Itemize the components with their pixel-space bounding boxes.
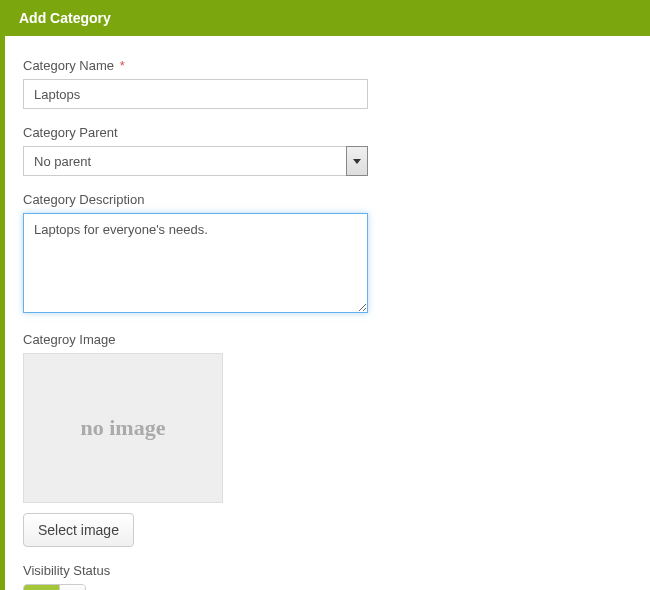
panel-body: Category Name * Category Parent No paren… [5, 36, 650, 590]
toggle-on-label: ON [24, 585, 59, 590]
category-image-label: Categroy Image [23, 332, 632, 347]
no-image-text: no image [81, 415, 166, 441]
category-parent-select[interactable]: No parent [23, 146, 368, 176]
category-description-textarea[interactable] [23, 213, 368, 313]
category-name-input[interactable] [23, 79, 368, 109]
category-description-label: Category Description [23, 192, 632, 207]
category-parent-label: Category Parent [23, 125, 632, 140]
category-parent-group: Category Parent No parent [23, 125, 632, 176]
panel-title: Add Category [19, 10, 111, 26]
image-placeholder: no image [23, 353, 223, 503]
category-description-group: Category Description [23, 192, 632, 316]
visibility-status-label: Visibility Status [23, 563, 632, 578]
select-image-button[interactable]: Select image [23, 513, 134, 547]
visibility-toggle[interactable]: ON [23, 584, 86, 590]
panel-header: Add Category [5, 0, 650, 36]
category-name-group: Category Name * [23, 58, 632, 109]
category-parent-select-wrap: No parent [23, 146, 368, 176]
visibility-status-group: Visibility Status ON [23, 563, 632, 590]
add-category-panel: Add Category Category Name * Category Pa… [0, 0, 650, 590]
required-mark: * [120, 58, 125, 73]
category-name-label-text: Category Name [23, 58, 114, 73]
category-image-group: Categroy Image no image Select image [23, 332, 632, 547]
toggle-handle-icon [59, 585, 85, 590]
category-name-label: Category Name * [23, 58, 632, 73]
